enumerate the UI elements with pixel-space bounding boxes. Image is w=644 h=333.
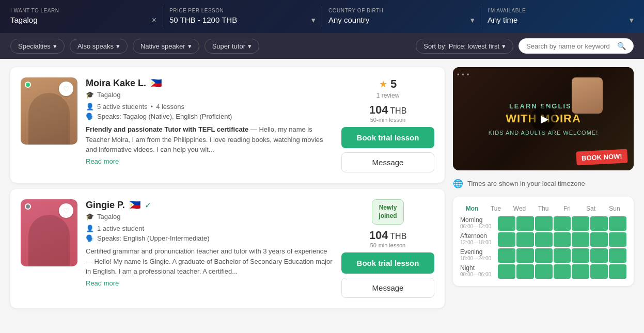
price-label: PRICE PER LESSON (169, 8, 316, 13)
want-to-learn-select[interactable]: Tagalog × (10, 14, 156, 26)
native-speaker-label: Native speaker (140, 42, 185, 50)
want-to-learn-value: Tagalog (10, 15, 38, 24)
cal-cell[interactable] (498, 216, 515, 231)
price-label-moira: 50-min lesson (369, 117, 407, 123)
read-more-gingie[interactable]: Read more (86, 279, 119, 287)
cal-cell[interactable] (535, 248, 553, 263)
rating-block-moira: ★ 5 1 review (376, 77, 400, 99)
speaks-row-moira: 🗣️ Speaks: Tagalog (Native), English (Pr… (86, 113, 333, 120)
cal-cell[interactable] (609, 264, 626, 279)
cal-cell[interactable] (535, 216, 553, 231)
person-icon-moira: 👤 (86, 103, 94, 110)
divider-1 (163, 6, 163, 27)
cal-cell[interactable] (535, 232, 553, 247)
subject-row-moira: 🎓 Tagalog (86, 91, 333, 99)
search-input[interactable] (526, 42, 613, 50)
price-num-gingie: 104 (369, 229, 388, 242)
desc-body-gingie: — Hello! My name is Gingie. A graduate o… (86, 258, 333, 276)
cal-cell[interactable] (572, 216, 589, 231)
desc-text-gingie: Certified grammar and pronunciation teac… (86, 247, 327, 255)
country-filter[interactable]: COUNTRY OF BIRTH Any country ▾ (328, 8, 475, 26)
cal-cell[interactable] (554, 264, 571, 279)
read-more-moira[interactable]: Read more (86, 157, 119, 165)
sort-button[interactable]: Sort by: Price: lowest first ▾ (416, 39, 513, 54)
price-currency-gingie: THB (390, 232, 406, 241)
stats-row-moira: 👤 5 active students • 4 lessons (86, 103, 333, 110)
desc-gingie: Certified grammar and pronunciation teac… (86, 246, 333, 277)
country-select[interactable]: Any country ▾ (328, 14, 475, 26)
favorite-button-moira[interactable]: ♡ (59, 82, 73, 96)
tutor-name-row-moira: Moira Kake L. 🇵🇭 (86, 77, 333, 89)
book-trial-button-moira[interactable]: Book trial lesson (341, 127, 434, 148)
cal-cell[interactable] (590, 216, 608, 231)
super-tutor-filter-button[interactable]: Super tutor ▾ (205, 39, 259, 54)
search-box[interactable]: 🔍 (519, 38, 634, 54)
play-button[interactable]: ▶ (530, 106, 556, 132)
also-speaks-filter-button[interactable]: Also speaks ▾ (70, 39, 128, 54)
price-select[interactable]: 50 THB - 1200 THB ▾ (169, 14, 316, 26)
available-value: Any time (488, 15, 517, 24)
active-students-moira: 5 active students (97, 103, 148, 110)
native-speaker-filter-button[interactable]: Native speaker ▾ (133, 39, 199, 54)
available-chevron-icon: ▾ (630, 15, 634, 25)
clear-language-icon[interactable]: × (152, 15, 156, 25)
divider-2 (322, 6, 322, 27)
cal-day-tue: Tue (484, 204, 508, 213)
tutor-name-gingie: Gingie P. (86, 200, 125, 211)
cal-cell[interactable] (516, 232, 534, 247)
favorite-button-gingie[interactable]: ♡ (59, 203, 73, 218)
cal-day-fri: Fri (555, 204, 579, 213)
cal-cell[interactable] (609, 248, 626, 263)
separator-moira: • (151, 103, 153, 110)
available-filter[interactable]: I'M AVAILABLE Any time ▾ (488, 8, 634, 26)
cal-cell[interactable] (516, 216, 534, 231)
native-speaker-chevron-icon: ▾ (188, 42, 192, 50)
cal-cell[interactable] (609, 216, 626, 231)
right-panel: • • • LEARN ENGLISH WITH MOIRA KIDS AND … (453, 67, 634, 308)
person-icon-gingie: 👤 (86, 225, 94, 232)
online-status-indicator-gingie (25, 203, 31, 210)
calendar-card: Mon Tue Wed Thu Fri Sat Sun Morning 06:0… (453, 197, 634, 286)
price-filter[interactable]: PRICE PER LESSON 50 THB - 1200 THB ▾ (169, 8, 316, 26)
cal-cell[interactable] (516, 248, 534, 263)
cal-cells-night (498, 264, 626, 279)
book-trial-button-gingie[interactable]: Book trial lesson (341, 252, 434, 274)
tutor-name-row-gingie: Gingie P. 🇵🇭 ✓ (86, 199, 333, 211)
country-label: COUNTRY OF BIRTH (328, 8, 475, 13)
cal-day-thu: Thu (531, 204, 555, 213)
cal-cell[interactable] (609, 232, 626, 247)
cal-cell[interactable] (498, 264, 515, 279)
newly-joined-badge-gingie: Newlyjoined (372, 199, 403, 225)
cal-cell[interactable] (572, 248, 589, 263)
cal-cell[interactable] (554, 248, 571, 263)
desc-strong-moira: Friendly and passionate Tutor with TEFL … (86, 125, 248, 133)
active-students-gingie: 1 active student (97, 225, 144, 232)
cal-cell[interactable] (572, 264, 589, 279)
tutor-card-moira: ♡ Moira Kake L. 🇵🇭 🎓 Tagalog 👤 5 active … (10, 67, 445, 183)
cal-cell[interactable] (498, 232, 515, 247)
message-button-gingie[interactable]: Message (341, 278, 434, 298)
also-speaks-chevron-icon: ▾ (116, 42, 120, 50)
cal-cell[interactable] (590, 248, 608, 263)
cal-cell[interactable] (554, 216, 571, 231)
cal-cell[interactable] (554, 232, 571, 247)
cal-cell[interactable] (535, 264, 553, 279)
message-button-moira[interactable]: Message (341, 152, 434, 172)
specialties-filter-button[interactable]: Specialties ▾ (10, 39, 65, 54)
price-value: 50 THB - 1200 THB (169, 15, 237, 24)
sort-label: Sort by: Price: lowest first (423, 42, 499, 50)
also-speaks-label: Also speaks (77, 42, 114, 50)
cal-cell[interactable] (572, 232, 589, 247)
available-select[interactable]: Any time ▾ (488, 14, 634, 26)
cal-cell[interactable] (590, 232, 608, 247)
cal-cell[interactable] (498, 248, 515, 263)
cal-cell[interactable] (516, 264, 534, 279)
cal-cell[interactable] (590, 264, 608, 279)
speaks-icon-moira: 🗣️ (86, 113, 94, 120)
cal-cells-morning (498, 216, 626, 231)
cal-row-morning: Morning 06:00—12:00 (460, 216, 626, 231)
want-to-learn-filter[interactable]: I WANT TO LEARN Tagalog × (10, 8, 156, 26)
tutor-info-gingie: Gingie P. 🇵🇭 ✓ 🎓 Tagalog 👤 1 active stud… (86, 199, 333, 298)
video-card: • • • LEARN ENGLISH WITH MOIRA KIDS AND … (453, 67, 634, 170)
tutor-card-gingie: ♡ Gingie P. 🇵🇭 ✓ 🎓 Tagalog 👤 1 active st… (10, 189, 445, 308)
